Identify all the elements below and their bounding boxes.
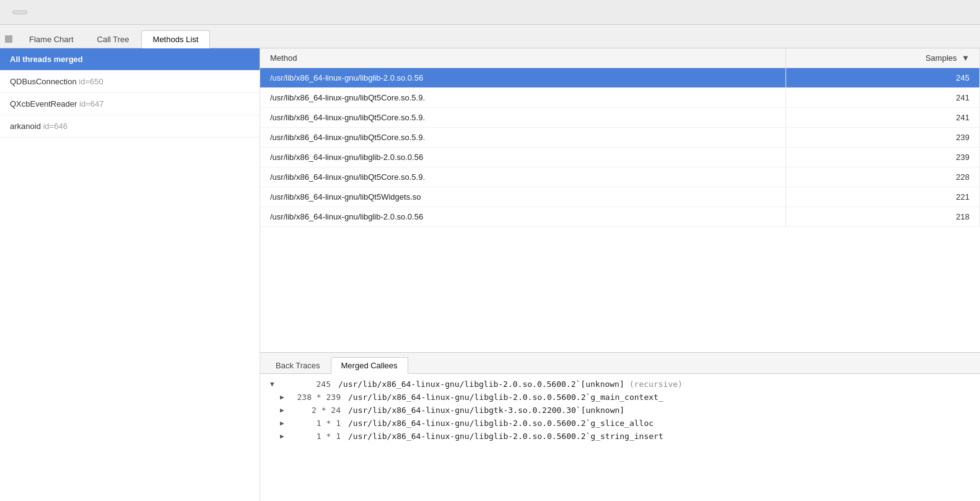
table-row[interactable]: /usr/lib/x86_64-linux-gnu/libQt5Core.so.… <box>260 167 980 187</box>
samples-cell: 239 <box>786 148 980 167</box>
trace-row-child-4[interactable]: ▶ 1 * 1 /usr/lib/x86_64-linux-gnu/libgli… <box>260 430 980 443</box>
samples-cell: 239 <box>786 128 980 148</box>
method-cell: /usr/lib/x86_64-linux-gnu/libQt5Widgets.… <box>260 187 786 207</box>
table-row[interactable]: /usr/lib/x86_64-linux-gnu/libQt5Core.so.… <box>260 128 980 148</box>
trace-tag: (recursive) <box>629 379 683 389</box>
samples-cell: 245 <box>786 68 980 88</box>
table-row[interactable]: /usr/lib/x86_64-linux-gnu/libQt5Widgets.… <box>260 187 980 207</box>
table-row[interactable]: /usr/lib/x86_64-linux-gnu/libQt5Core.so.… <box>260 108 980 128</box>
tab-flame-chart[interactable]: Flame Chart <box>17 30 85 48</box>
tab-methods-list[interactable]: Methods List <box>141 30 211 48</box>
trace-tree: ▼ 245 /usr/lib/x86_64-linux-gnu/libglib-… <box>260 374 980 501</box>
method-cell: /usr/lib/x86_64-linux-gnu/libglib-2.0.so… <box>260 68 786 88</box>
active-session-tab[interactable] <box>12 11 27 14</box>
expand-icon[interactable]: ▶ <box>280 406 289 414</box>
methods-table: Method Samples ▼ /usr/lib/x86_64-linux-g… <box>260 48 980 352</box>
samples-cell: 221 <box>786 187 980 207</box>
tab-call-tree[interactable]: Call Tree <box>85 30 141 48</box>
table-row[interactable]: /usr/lib/x86_64-linux-gnu/libglib-2.0.so… <box>260 207 980 227</box>
method-cell: /usr/lib/x86_64-linux-gnu/libQt5Core.so.… <box>260 128 786 148</box>
trace-path: /usr/lib/x86_64-linux-gnu/libglib-2.0.so… <box>348 432 663 441</box>
samples-cell: 218 <box>786 207 980 227</box>
main-tabs-row: Flame Chart Call Tree Methods List <box>0 25 980 48</box>
trace-row-child-3[interactable]: ▶ 1 * 1 /usr/lib/x86_64-linux-gnu/libgli… <box>260 417 980 430</box>
thread-id: id=646 <box>43 122 67 131</box>
trace-path: /usr/lib/x86_64-linux-gnu/libgtk-3.so.0.… <box>348 406 624 415</box>
sub-tab-merged-callees[interactable]: Merged Callees <box>331 357 408 374</box>
samples-cell: 241 <box>786 88 980 108</box>
table-row[interactable]: /usr/lib/x86_64-linux-gnu/libglib-2.0.so… <box>260 148 980 167</box>
thread-id: id=650 <box>79 77 103 86</box>
method-cell: /usr/lib/x86_64-linux-gnu/libQt5Core.so.… <box>260 108 786 128</box>
method-cell: /usr/lib/x86_64-linux-gnu/libglib-2.0.so… <box>260 207 786 227</box>
collapse-icon[interactable]: ▼ <box>270 380 279 388</box>
bottom-panel: Back Traces Merged Callees ▼ 245 /usr/li… <box>260 352 980 501</box>
trace-path: /usr/lib/x86_64-linux-gnu/libglib-2.0.so… <box>348 419 654 428</box>
trace-count: 1 * 1 <box>291 432 341 441</box>
thread-name: QXcbEventReader <box>10 99 79 109</box>
thread-item-qdb[interactable]: QDBusConnection id=650 <box>0 71 260 93</box>
thread-item-all[interactable]: All threads merged <box>0 48 260 71</box>
table-header-row: Method Samples ▼ <box>260 48 980 68</box>
color-indicator <box>5 35 12 43</box>
main-content: All threads merged QDBusConnection id=65… <box>0 48 980 501</box>
thread-item-qxcb[interactable]: QXcbEventReader id=647 <box>0 93 260 115</box>
samples-column-header[interactable]: Samples ▼ <box>786 48 980 68</box>
thread-label: All threads merged <box>10 55 83 64</box>
trace-count: 1 * 1 <box>291 419 341 428</box>
expand-icon[interactable]: ▶ <box>280 393 289 401</box>
trace-row-child-2[interactable]: ▶ 2 * 24 /usr/lib/x86_64-linux-gnu/libgt… <box>260 404 980 417</box>
expand-icon[interactable]: ▶ <box>280 419 289 427</box>
trace-row-root[interactable]: ▼ 245 /usr/lib/x86_64-linux-gnu/libglib-… <box>260 378 980 391</box>
sort-arrow-icon: ▼ <box>961 53 969 63</box>
title-bar <box>0 0 980 25</box>
trace-count: 245 <box>281 379 331 389</box>
sub-tab-back-traces[interactable]: Back Traces <box>265 357 331 373</box>
trace-count: 238 * 239 <box>291 392 341 402</box>
method-cell: /usr/lib/x86_64-linux-gnu/libglib-2.0.so… <box>260 148 786 167</box>
table-row[interactable]: /usr/lib/x86_64-linux-gnu/libQt5Core.so.… <box>260 88 980 108</box>
method-column-header[interactable]: Method <box>260 48 786 68</box>
samples-cell: 228 <box>786 167 980 187</box>
method-cell: /usr/lib/x86_64-linux-gnu/libQt5Core.so.… <box>260 88 786 108</box>
trace-row-child-1[interactable]: ▶ 238 * 239 /usr/lib/x86_64-linux-gnu/li… <box>260 391 980 404</box>
table-row[interactable]: /usr/lib/x86_64-linux-gnu/libglib-2.0.so… <box>260 68 980 88</box>
thread-item-arkanoid[interactable]: arkanoid id=646 <box>0 115 260 138</box>
samples-cell: 241 <box>786 108 980 128</box>
sub-tabs-row: Back Traces Merged Callees <box>260 353 980 374</box>
thread-name: QDBusConnection <box>10 77 79 86</box>
trace-count: 2 * 24 <box>291 406 341 415</box>
thread-id: id=647 <box>79 99 103 109</box>
threads-panel: All threads merged QDBusConnection id=65… <box>0 48 260 501</box>
trace-path: /usr/lib/x86_64-linux-gnu/libglib-2.0.so… <box>348 392 663 402</box>
thread-name: arkanoid <box>10 122 43 131</box>
method-cell: /usr/lib/x86_64-linux-gnu/libQt5Core.so.… <box>260 167 786 187</box>
right-panel: Method Samples ▼ /usr/lib/x86_64-linux-g… <box>260 48 980 501</box>
trace-path: /usr/lib/x86_64-linux-gnu/libglib-2.0.so… <box>338 379 624 389</box>
expand-icon[interactable]: ▶ <box>280 432 289 440</box>
